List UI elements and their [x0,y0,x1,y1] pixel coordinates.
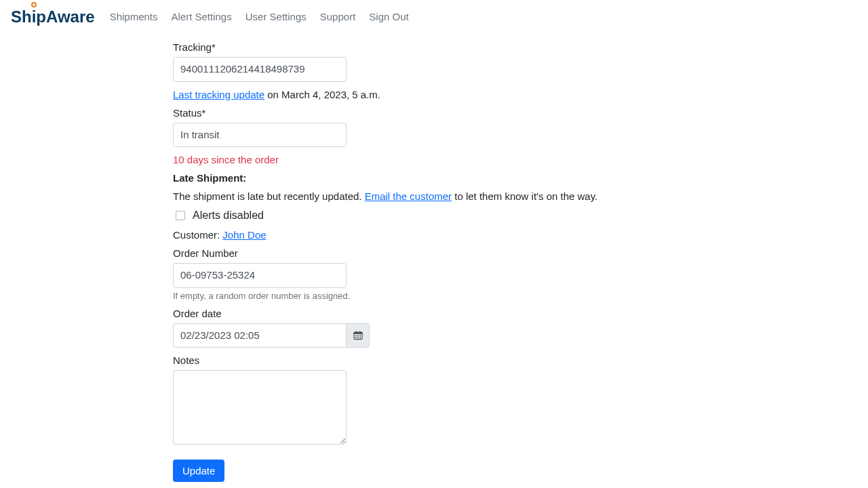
svg-rect-1 [353,332,361,334]
brand-text-aware: Aware [46,9,95,25]
top-navbar: ShipAware Shipments Alert Settings User … [0,0,868,33]
brand-text-p: p [36,9,46,25]
late-prefix: The shipment is late but recently update… [173,190,365,202]
svg-rect-6 [359,335,361,336]
order-date-label: Order date [173,308,695,319]
svg-rect-7 [355,337,356,338]
nav-alert-settings[interactable]: Alert Settings [165,5,239,28]
nav-user-settings[interactable]: User Settings [239,5,313,28]
late-shipment-title: Late Shipment: [173,172,695,184]
svg-rect-8 [357,337,359,338]
svg-rect-3 [359,331,360,333]
late-shipment-title-text: Late Shipment: [173,172,246,184]
order-number-help: If empty, a random order number is assig… [173,291,695,301]
email-customer-link[interactable]: Email the customer [365,190,452,202]
alerts-disabled-checkbox[interactable] [176,211,185,220]
alerts-disabled-row: Alerts disabled [173,209,695,222]
svg-rect-4 [355,335,356,336]
tracking-update-suffix: on March 4, 2023, 5 a.m. [264,89,380,100]
compass-dot-icon [31,2,37,7]
late-shipment-message: The shipment is late but recently update… [173,190,695,202]
status-input[interactable] [173,123,347,148]
tracking-label: Tracking* [173,41,695,53]
brand-text-sh: Sh [11,9,32,25]
notes-textarea[interactable] [173,370,347,445]
customer-link[interactable]: John Doe [222,229,266,241]
status-label: Status* [173,107,695,119]
svg-rect-2 [355,331,356,333]
shipment-form: Tracking* Last tracking update on March … [173,33,695,482]
order-date-input[interactable] [173,323,347,348]
brand-text-i: i [32,7,37,26]
calendar-icon [353,331,363,340]
brand-text-i-wrap: i [32,9,37,25]
order-date-picker-button[interactable] [347,323,370,348]
nav-shipments[interactable]: Shipments [103,5,165,28]
customer-label: Customer: [173,229,222,241]
tracking-input[interactable] [173,57,347,82]
customer-row: Customer: John Doe [173,229,695,241]
late-suffix: to let them know it's on the way. [452,190,597,202]
order-number-input[interactable] [173,263,347,288]
brand-logo[interactable]: ShipAware [11,9,95,25]
alerts-disabled-label: Alerts disabled [193,209,264,222]
nav-support[interactable]: Support [313,5,363,28]
update-button[interactable]: Update [173,460,224,482]
svg-rect-9 [359,337,361,338]
order-number-label: Order Number [173,247,695,259]
last-tracking-update-link[interactable]: Last tracking update [173,89,264,100]
days-since-warning: 10 days since the order [173,154,695,165]
tracking-update-row: Last tracking update on March 4, 2023, 5… [173,89,695,100]
nav-sign-out[interactable]: Sign Out [362,5,415,28]
svg-rect-5 [357,335,359,336]
order-date-input-group [173,323,370,348]
notes-label: Notes [173,354,695,366]
